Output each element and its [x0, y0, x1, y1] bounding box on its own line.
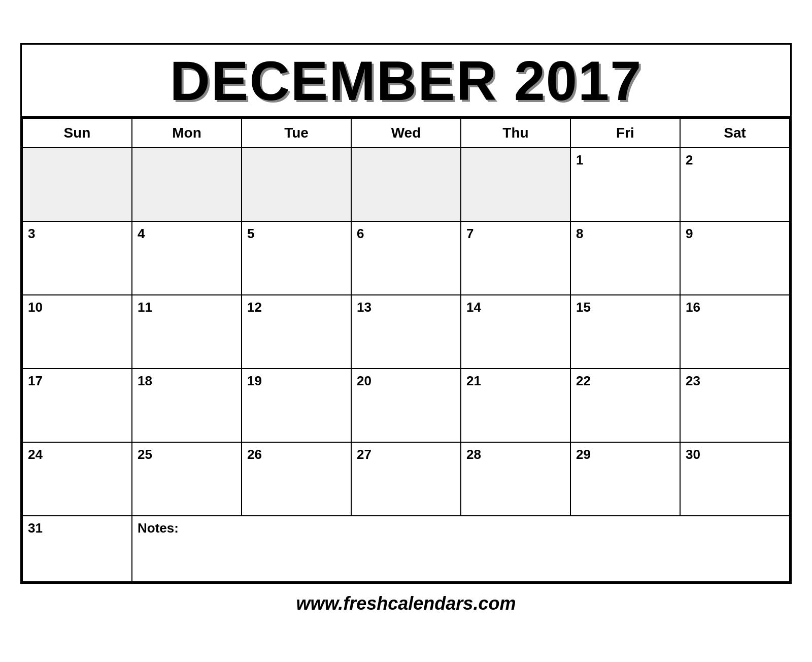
table-row: 10 11 12 13 14 15 16 [22, 295, 790, 369]
table-row: 3 4 5 6 7 8 9 [22, 221, 790, 295]
table-row: 20 [351, 369, 461, 442]
table-row: 11 [132, 295, 242, 369]
table-row: 28 [461, 442, 570, 516]
table-row: 6 [351, 221, 461, 295]
table-row [351, 148, 461, 221]
table-row: 5 [242, 221, 351, 295]
table-row: 1 [570, 148, 680, 221]
table-row: 25 [132, 442, 242, 516]
notes-cell: Notes: [132, 516, 790, 582]
col-thu: Thu [461, 118, 570, 148]
table-row [242, 148, 351, 221]
col-fri: Fri [570, 118, 680, 148]
table-row: 8 [570, 221, 680, 295]
col-sun: Sun [22, 118, 132, 148]
table-row: 1 2 [22, 148, 790, 221]
table-row: 30 [680, 442, 790, 516]
table-row: 10 [22, 295, 132, 369]
table-row: 24 [22, 442, 132, 516]
table-row: 7 [461, 221, 570, 295]
table-row: 27 [351, 442, 461, 516]
col-tue: Tue [242, 118, 351, 148]
table-row: 19 [242, 369, 351, 442]
table-row: 16 [680, 295, 790, 369]
footer: www.freshcalendars.com [20, 584, 792, 619]
table-row: 24 25 26 27 28 29 30 [22, 442, 790, 516]
table-row: 2 [680, 148, 790, 221]
table-row [461, 148, 570, 221]
col-sat: Sat [680, 118, 790, 148]
table-row: 31 Notes: [22, 516, 790, 582]
footer-url: www.freshcalendars.com [296, 593, 516, 614]
table-row: 13 [351, 295, 461, 369]
table-row: 26 [242, 442, 351, 516]
days-of-week-row: Sun Mon Tue Wed Thu Fri Sat [22, 118, 790, 148]
calendar-container: DECEMBER 2017 Sun Mon Tue Wed Thu Fri Sa… [20, 43, 792, 584]
table-row: 18 [132, 369, 242, 442]
table-row: 9 [680, 221, 790, 295]
table-row: 23 [680, 369, 790, 442]
table-row: 15 [570, 295, 680, 369]
table-row: 17 18 19 20 21 22 23 [22, 369, 790, 442]
day-31-cell: 31 [22, 516, 132, 582]
col-mon: Mon [132, 118, 242, 148]
page-wrapper: DECEMBER 2017 Sun Mon Tue Wed Thu Fri Sa… [10, 33, 802, 630]
col-wed: Wed [351, 118, 461, 148]
calendar-heading: DECEMBER 2017 [32, 50, 780, 111]
table-row: 3 [22, 221, 132, 295]
table-row: 29 [570, 442, 680, 516]
table-row: 4 [132, 221, 242, 295]
table-row: 21 [461, 369, 570, 442]
calendar-title: DECEMBER 2017 [22, 45, 790, 118]
table-row [132, 148, 242, 221]
calendar-grid: Sun Mon Tue Wed Thu Fri Sat 1 [22, 118, 790, 582]
table-row: 12 [242, 295, 351, 369]
table-row: 22 [570, 369, 680, 442]
table-row: 17 [22, 369, 132, 442]
table-row: 14 [461, 295, 570, 369]
notes-label: Notes: [138, 520, 179, 536]
table-row [22, 148, 132, 221]
